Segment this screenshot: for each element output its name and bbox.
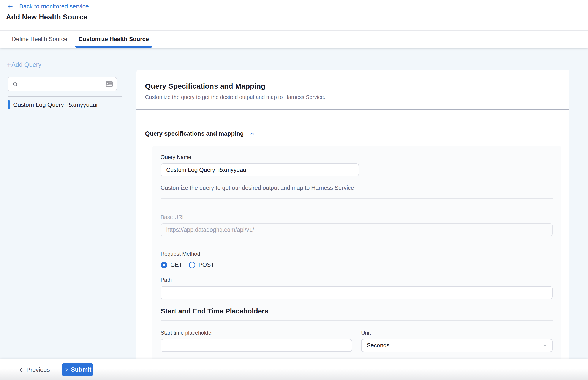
section-heading-row: Query specifications and mapping — [145, 130, 561, 137]
add-query-button[interactable]: + Add Query — [7, 61, 41, 68]
sidebar: + Add Query Custom Log Query_i5xmyyuaur — [0, 48, 137, 360]
query-name-help-text: Customize the query to get our desired o… — [161, 185, 553, 191]
path-label: Path — [161, 277, 553, 283]
tab-label: Customize Health Source — [79, 36, 149, 43]
card-divider — [161, 320, 553, 321]
submit-button[interactable]: Submit — [62, 363, 93, 376]
query-name-input[interactable] — [161, 163, 359, 176]
search-icon — [12, 81, 18, 87]
active-tab-underline — [75, 46, 152, 48]
radio-post-label: POST — [199, 262, 215, 268]
wizard-footer: Previous Submit — [0, 360, 588, 380]
selected-indicator — [8, 100, 10, 109]
start-time-field: Start time placeholder — [161, 330, 352, 352]
base-url-input[interactable] — [161, 223, 553, 236]
tab-customize-health-source[interactable]: Customize Health Source — [79, 31, 149, 48]
chevron-left-icon — [18, 367, 23, 372]
back-link[interactable]: Back to monitored service — [7, 3, 89, 10]
back-link-label: Back to monitored service — [19, 3, 89, 10]
request-method-label: Request Method — [161, 251, 553, 257]
placeholders-grid: Start time placeholder Unit Seconds — [161, 330, 553, 352]
tab-define-health-source[interactable]: Define Health Source — [12, 31, 67, 48]
radio-post[interactable] — [189, 262, 195, 268]
card-divider — [161, 198, 553, 199]
query-search-box — [8, 77, 117, 92]
tab-bar: Define Health Source Customize Health So… — [0, 31, 588, 48]
previous-label: Previous — [26, 366, 50, 373]
base-url-label: Base URL — [161, 214, 553, 220]
panel-subtitle: Customize the query to get the desired o… — [145, 94, 561, 100]
path-input[interactable] — [161, 286, 553, 299]
search-input[interactable] — [21, 81, 105, 88]
unit-select[interactable]: Seconds — [361, 339, 553, 352]
page-title: Add New Health Source — [6, 13, 87, 21]
unit-field: Unit Seconds — [361, 330, 553, 352]
query-list-item[interactable]: Custom Log Query_i5xmyyuaur — [8, 100, 129, 109]
collapse-section-button[interactable] — [249, 131, 255, 137]
panel-divider — [137, 109, 570, 110]
query-item-label: Custom Log Query_i5xmyyuaur — [13, 101, 98, 108]
section-heading: Query specifications and mapping — [145, 130, 244, 137]
placeholders-heading: Start and End Time Placeholders — [161, 307, 553, 315]
submit-label: Submit — [71, 366, 91, 373]
start-time-input[interactable] — [161, 339, 352, 352]
sidebar-divider — [8, 96, 121, 97]
chevron-down-icon — [542, 343, 548, 348]
chevron-up-icon — [249, 131, 255, 137]
request-method-radio-group: GET POST — [161, 262, 553, 268]
plus-icon: + — [7, 61, 11, 68]
panel-header: Query Specifications and Mapping Customi… — [137, 70, 570, 100]
panel-title: Query Specifications and Mapping — [145, 82, 561, 90]
radio-get-label: GET — [170, 262, 182, 268]
query-name-label: Query Name — [161, 154, 553, 160]
page-header: Back to monitored service Add New Health… — [0, 0, 588, 31]
query-spec-card: Query Name Customize the query to get ou… — [152, 146, 561, 369]
query-panel: Query Specifications and Mapping Customi… — [137, 70, 570, 380]
previous-button[interactable]: Previous — [18, 360, 50, 380]
radio-option-post[interactable]: POST — [189, 262, 215, 268]
tab-label: Define Health Source — [12, 36, 67, 43]
start-time-label: Start time placeholder — [161, 330, 352, 336]
chevron-right-icon — [64, 367, 69, 372]
arrow-left-icon — [7, 3, 14, 10]
add-query-label: Add Query — [11, 61, 41, 68]
id-card-icon[interactable] — [105, 81, 113, 87]
unit-label: Unit — [361, 330, 553, 336]
unit-select-value: Seconds — [367, 342, 389, 349]
radio-get[interactable] — [161, 262, 167, 268]
radio-option-get[interactable]: GET — [161, 262, 182, 268]
